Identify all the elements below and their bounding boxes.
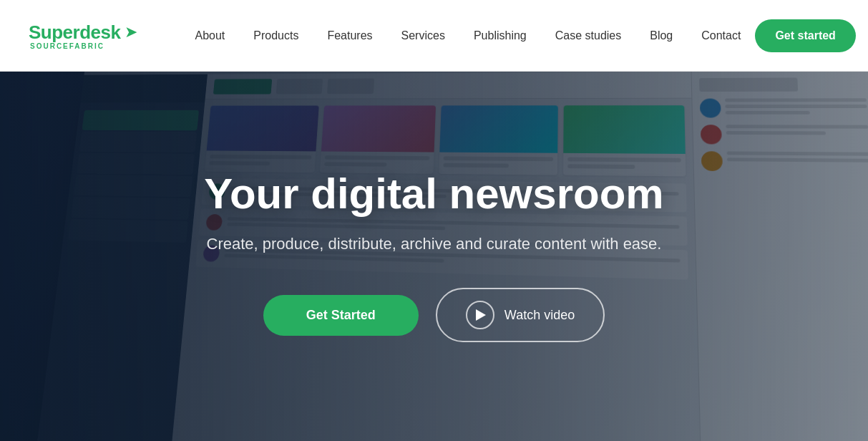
hero-section: Your digital newsroom Create, produce, d… [0, 72, 868, 441]
hero-subtitle: Create, produce, distribute, archive and… [112, 235, 756, 253]
header: Superdesk ➤ Sourcefabric About Products … [0, 0, 868, 72]
play-icon [466, 301, 494, 329]
hero-title: Your digital newsroom [112, 170, 756, 218]
nav-blog[interactable]: Blog [635, 24, 687, 48]
watch-video-label: Watch video [504, 308, 575, 323]
nav-case-studies[interactable]: Case studies [541, 24, 636, 48]
logo-arrow-icon: ➤ [125, 23, 137, 42]
hero-content: Your digital newsroom Create, produce, d… [112, 170, 756, 342]
nav-services[interactable]: Services [387, 24, 459, 48]
nav-publishing[interactable]: Publishing [459, 24, 541, 48]
nav-contact[interactable]: Contact [687, 24, 755, 48]
main-nav: About Products Features Services Publish… [180, 24, 755, 48]
hero-buttons: Get Started Watch video [112, 288, 756, 342]
logo-name: Superdesk [29, 21, 120, 44]
logo[interactable]: Superdesk ➤ Sourcefabric [29, 21, 137, 50]
nav-features[interactable]: Features [313, 24, 386, 48]
header-get-started-button[interactable]: Get started [755, 19, 855, 52]
hero-get-started-button[interactable]: Get Started [263, 295, 419, 336]
play-triangle-icon [476, 309, 486, 321]
hero-watch-video-button[interactable]: Watch video [436, 288, 605, 342]
nav-about[interactable]: About [180, 24, 239, 48]
logo-sub: Sourcefabric [30, 42, 104, 50]
nav-products[interactable]: Products [239, 24, 313, 48]
